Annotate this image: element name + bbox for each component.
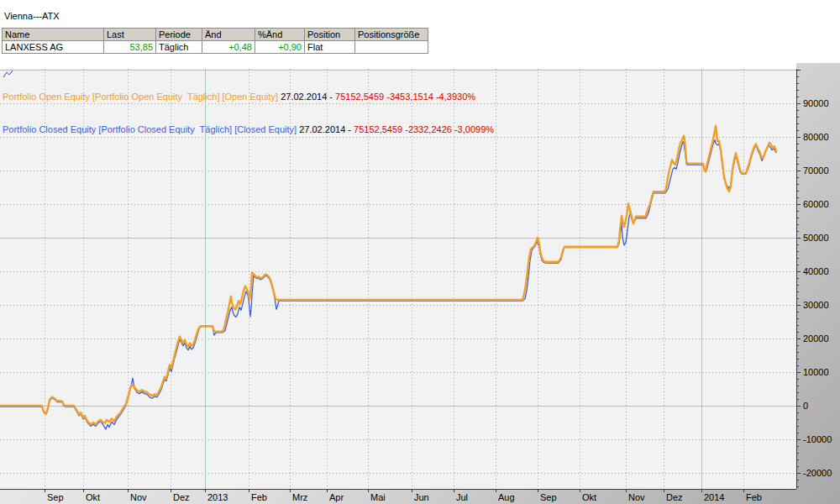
legend-open-equity[interactable]: Portfolio Open Equity [Portfolio Open Eq… — [3, 92, 494, 102]
col-header-position[interactable]: Position — [305, 29, 355, 41]
col-header-name[interactable]: Name — [3, 29, 104, 41]
x-axis-label: Nov — [628, 492, 645, 502]
quotes-header-row: Name Last Periode Änd %Änd Position Posi… — [3, 29, 428, 41]
cell-name: LANXESS AG — [3, 41, 104, 54]
cell-positionsgroesse — [355, 41, 428, 54]
y-axis-label: 0 — [803, 401, 808, 411]
legend-open-values: 75152,5459 -3453,1514 -4,3930% — [335, 92, 475, 102]
quotes-table: Name Last Periode Änd %Änd Position Posi… — [2, 28, 428, 54]
cell-pct-aend: +0,90 — [255, 41, 305, 54]
x-axis-label: 2013 — [207, 492, 228, 502]
col-header-pct-aend[interactable]: %Änd — [255, 29, 305, 41]
x-axis-label: Mrz — [292, 492, 307, 502]
x-axis-label: Jul — [456, 492, 468, 502]
cell-aend: +0,48 — [202, 41, 255, 54]
x-axis-label: Feb — [251, 492, 267, 502]
col-header-periode[interactable]: Periode — [156, 29, 202, 41]
y-axis-label: -20000 — [803, 468, 832, 478]
col-header-last[interactable]: Last — [104, 29, 156, 41]
y-axis-label: 70000 — [803, 165, 829, 176]
legend-closed-date: 27.02.2014 - — [299, 124, 354, 135]
y-axis-label: 60000 — [803, 199, 829, 209]
legend-closed-values: 75152,5459 -2332,2426 -3,0099% — [354, 124, 494, 135]
window-title: Vienna---ATX — [4, 11, 60, 21]
x-axis-label: Okt — [582, 492, 596, 502]
chart-top-gap — [0, 63, 796, 69]
legend-open-label: Portfolio Open Equity [Portfolio Open Eq… — [3, 92, 281, 102]
y-axis-label: 30000 — [803, 300, 829, 310]
x-axis-label: Dez — [173, 492, 190, 502]
legend-open-date: 27.02.2014 - — [281, 92, 335, 102]
legend-closed-label: Portfolio Closed Equity [Portfolio Close… — [3, 124, 299, 135]
y-axis-label: 50000 — [803, 233, 829, 243]
cell-position: Flat — [305, 41, 355, 54]
y-axis-label: 80000 — [803, 132, 829, 142]
x-axis-label: Feb — [746, 492, 762, 502]
x-axis-label: Sep — [47, 492, 64, 502]
x-axis-label: 2014 — [704, 492, 724, 502]
x-axis-label: Mai — [370, 492, 386, 502]
quote-row-lanxess[interactable]: LANXESS AG 53,85 Täglich +0,48 +0,90 Fla… — [3, 41, 428, 54]
y-axis-label: 10000 — [803, 367, 829, 377]
y-axis-label: -10000 — [803, 434, 832, 444]
y-axis-label: 40000 — [803, 266, 829, 276]
chart-legend: Portfolio Open Equity [Portfolio Open Eq… — [3, 70, 494, 157]
y-axis-label: 20000 — [803, 333, 829, 344]
cell-periode: Täglich — [156, 41, 202, 54]
closed-equity-line-icon — [3, 70, 13, 79]
x-axis-label: Jun — [414, 492, 429, 502]
cell-last: 53,85 — [104, 41, 156, 54]
x-axis-label: Dez — [666, 492, 683, 502]
equity-chart-panel[interactable]: 9000080000700006000050000400003000020000… — [0, 63, 840, 504]
x-axis-label: Sep — [540, 492, 557, 502]
col-header-aend[interactable]: Änd — [202, 29, 255, 41]
x-axis-label: Apr — [329, 492, 344, 502]
x-axis-label: Okt — [86, 492, 100, 502]
col-header-positionsgroesse[interactable]: Positionsgröße — [355, 29, 428, 41]
y-axis-label: 90000 — [803, 98, 829, 108]
x-axis-label: Aug — [498, 492, 515, 502]
legend-closed-equity[interactable]: Portfolio Closed Equity [Portfolio Close… — [3, 124, 494, 135]
x-axis-label: Nov — [130, 492, 147, 502]
